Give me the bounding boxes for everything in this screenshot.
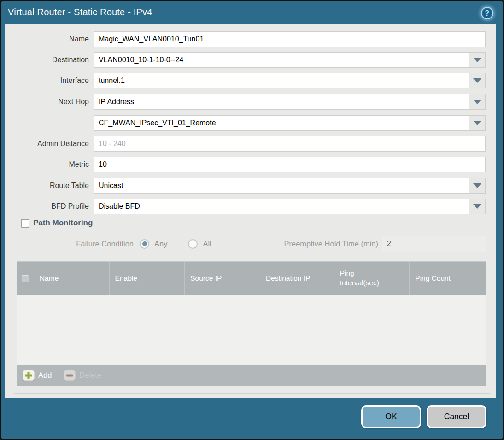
path-monitoring-title: Path Monitoring xyxy=(33,218,93,228)
failure-condition-all-label: All xyxy=(203,240,211,248)
interface-dropdown-button[interactable] xyxy=(469,73,486,88)
preemptive-hold-time-input[interactable] xyxy=(382,236,486,252)
name-input[interactable] xyxy=(94,31,486,47)
next-hop-type-input[interactable] xyxy=(94,94,469,110)
next-hop-address-label xyxy=(5,115,94,131)
destination-dropdown-button[interactable] xyxy=(469,52,486,68)
interface-row: Interface xyxy=(5,73,486,88)
chevron-down-icon xyxy=(473,78,481,83)
add-button-label: Add xyxy=(38,371,52,380)
bfd-profile-input[interactable] xyxy=(94,199,469,214)
path-monitoring-table: Name Enable Source IP Destination IP Pin… xyxy=(17,261,486,386)
add-button[interactable]: Add xyxy=(23,370,52,381)
next-hop-row: Next Hop xyxy=(5,94,486,110)
failure-condition-any-radio[interactable] xyxy=(140,239,149,249)
title-bar: Virtual Router - Static Route - IPv4 ? xyxy=(1,1,503,24)
path-monitoring-checkbox[interactable] xyxy=(21,219,29,228)
metric-label: Metric xyxy=(5,157,94,172)
table-footer-bar: Add Delete xyxy=(17,365,486,386)
interface-input[interactable] xyxy=(94,73,469,88)
chevron-down-icon xyxy=(473,58,481,62)
route-table-dropdown-button[interactable] xyxy=(469,178,486,194)
route-table-input[interactable] xyxy=(94,178,469,194)
bfd-profile-row: BFD Profile xyxy=(5,199,486,214)
destination-input[interactable] xyxy=(94,52,469,68)
admin-distance-input[interactable] xyxy=(94,136,486,152)
route-table-row: Route Table xyxy=(5,178,486,194)
chevron-down-icon xyxy=(473,183,481,188)
minus-icon xyxy=(64,370,76,381)
next-hop-address-input[interactable] xyxy=(94,115,469,131)
help-icon[interactable]: ? xyxy=(481,7,493,19)
route-table-label: Route Table xyxy=(5,178,94,194)
column-header-source-ip[interactable]: Source IP xyxy=(184,262,260,295)
bfd-profile-dropdown-button[interactable] xyxy=(469,199,486,214)
admin-distance-label: Admin Distance xyxy=(5,136,94,152)
delete-button[interactable]: Delete xyxy=(64,370,101,381)
column-header-enable[interactable]: Enable xyxy=(109,262,185,295)
column-header-ping-count[interactable]: Ping Count xyxy=(409,262,486,295)
table-header-checkbox-cell xyxy=(17,262,34,295)
failure-condition-label: Failure Condition xyxy=(14,240,140,248)
admin-distance-row: Admin Distance xyxy=(5,136,486,152)
failure-condition-any-label: Any xyxy=(154,240,167,248)
column-header-name[interactable]: Name xyxy=(34,262,109,295)
path-monitoring-section: Path Monitoring Failure Condition Any Al… xyxy=(14,224,490,394)
plus-icon xyxy=(23,370,35,381)
dialog-title: Virtual Router - Static Route - IPv4 xyxy=(8,7,152,18)
delete-button-label: Delete xyxy=(79,371,101,380)
cancel-button[interactable]: Cancel xyxy=(427,405,486,428)
metric-input[interactable] xyxy=(94,157,486,172)
table-body-empty xyxy=(17,295,486,365)
interface-label: Interface xyxy=(5,73,94,88)
content-panel: Name Destination Interface xyxy=(5,24,496,398)
static-route-dialog: Virtual Router - Static Route - IPv4 ? N… xyxy=(0,0,504,440)
ok-button[interactable]: OK xyxy=(361,405,421,428)
failure-condition-row: Failure Condition Any All Preemptive Hol… xyxy=(14,235,486,252)
next-hop-address-row xyxy=(5,115,486,131)
failure-condition-all-radio[interactable] xyxy=(188,239,198,249)
chevron-down-icon xyxy=(473,100,481,104)
next-hop-label: Next Hop xyxy=(5,94,94,110)
next-hop-address-dropdown-button[interactable] xyxy=(469,115,486,131)
name-row: Name xyxy=(5,31,486,47)
destination-label: Destination xyxy=(5,52,94,68)
name-label: Name xyxy=(5,31,94,47)
column-header-destination-ip[interactable]: Destination IP xyxy=(260,262,334,295)
destination-row: Destination xyxy=(5,52,486,68)
bfd-profile-label: BFD Profile xyxy=(5,199,94,214)
next-hop-type-dropdown-button[interactable] xyxy=(469,94,486,110)
chevron-down-icon xyxy=(473,121,481,125)
select-all-checkbox[interactable] xyxy=(21,275,29,282)
metric-row: Metric xyxy=(5,157,486,172)
preemptive-hold-time-label: Preemptive Hold Time (min) xyxy=(211,240,382,248)
chevron-down-icon xyxy=(473,204,481,209)
column-header-ping-interval[interactable]: Ping Interval(sec) xyxy=(334,262,410,295)
path-monitoring-legend: Path Monitoring xyxy=(17,218,96,228)
table-header-row: Name Enable Source IP Destination IP Pin… xyxy=(17,262,486,295)
